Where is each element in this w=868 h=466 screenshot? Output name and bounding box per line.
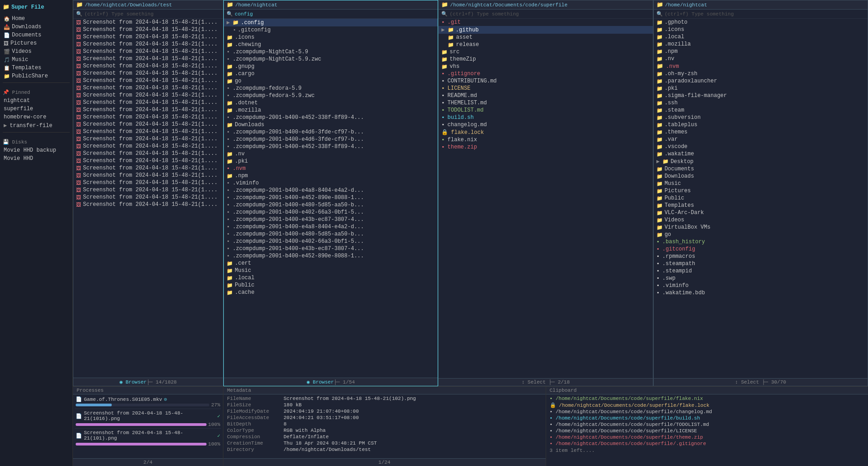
list-item[interactable]: 🖼Screenshot from 2024-04-18 15-48-21(1..… xyxy=(73,194,223,201)
sidebar-item-downloads[interactable]: 📥 Downloads xyxy=(3,23,70,31)
list-item[interactable]: ▪.zcompdump-2001-b400-e480-5d85-aa50-b..… xyxy=(224,201,438,209)
list-item[interactable]: 📁.steam xyxy=(654,107,868,114)
sidebar-item-pictures[interactable]: 🖼 Pictures xyxy=(3,40,70,47)
panel4-search[interactable]: 🔍 (ctrl+f) Type something xyxy=(654,10,868,19)
list-item[interactable]: 📁go xyxy=(224,77,438,85)
list-item[interactable]: 🖼Screenshot from 2024-04-18 15-48-21(1..… xyxy=(73,135,223,143)
list-item[interactable]: ▪.zcompdump-2001-b400-e402-66a3-0bf1-5..… xyxy=(224,209,438,216)
list-item[interactable]: 🖼Screenshot from 2024-04-18 15-48-21(1..… xyxy=(73,106,223,113)
list-item[interactable]: ▪.bash_history xyxy=(654,238,868,246)
list-item[interactable]: ▪.gitconfig xyxy=(224,26,438,34)
sidebar-item-nightcat[interactable]: nightcat xyxy=(3,97,70,104)
list-item[interactable]: 📁.cert xyxy=(224,260,438,267)
list-item[interactable]: ▪.viminfo xyxy=(654,282,868,289)
list-item[interactable]: 📁.npm xyxy=(224,172,438,179)
list-item[interactable]: 📁.tableplus xyxy=(654,121,868,128)
list-item[interactable]: 🖼Screenshot from 2024-04-18 15-48-21(1..… xyxy=(73,121,223,128)
list-item[interactable]: ▪.zcompdump-2001-b400-e402-66a3-0bf1-5..… xyxy=(224,238,438,245)
list-item[interactable]: ▶📁.config xyxy=(224,19,438,26)
list-item[interactable]: 🖼Screenshot from 2024-04-18 15-48-21(1..… xyxy=(73,33,223,41)
list-item[interactable]: ▪.zcompdump-2001-b400-e452-338f-8f89-4..… xyxy=(224,114,438,121)
list-item[interactable]: 📁.dotnet xyxy=(224,99,438,107)
list-item[interactable]: 📁.nv xyxy=(224,150,438,158)
list-item[interactable]: 🔒flake.lock xyxy=(439,128,652,136)
list-item[interactable]: ▪.swp xyxy=(654,275,868,282)
list-item[interactable]: 🖼Screenshot from 2024-04-18 15-48-21(1..… xyxy=(73,150,223,157)
list-item[interactable]: ▪.zcompdump-NightCat-5.9.zwc xyxy=(224,56,438,63)
list-item[interactable]: ▪.zcompdump-2001-b400-e4d6-3fde-cf97-b..… xyxy=(224,128,438,136)
sidebar-disk-movie-backup[interactable]: Movie HHD backup xyxy=(3,147,70,154)
list-item[interactable]: 🖼Screenshot from 2024-04-18 15-48-21(1..… xyxy=(73,41,223,48)
list-item[interactable]: 📁.vscode xyxy=(654,143,868,150)
list-item[interactable]: ▪.zcompdump-2001-b400-e452-890e-8088-1..… xyxy=(224,194,438,201)
list-item[interactable]: 🖼Screenshot from 2024-04-18 15-48-21(1..… xyxy=(73,70,223,77)
list-item[interactable]: 🖼Screenshot from 2024-04-18 15-48-21(1..… xyxy=(73,186,223,194)
list-item[interactable]: 🖼Screenshot from 2024-04-18 15-48-21(1..… xyxy=(73,48,223,55)
list-item[interactable]: 📁.gphoto xyxy=(654,19,868,26)
list-item[interactable]: 🖼Screenshot from 2024-04-18 15-48-21(1..… xyxy=(73,157,223,164)
list-item[interactable]: ▪.steampath xyxy=(654,260,868,267)
sidebar-item-publicshare[interactable]: 📁 PublicShare xyxy=(3,72,70,80)
list-item[interactable]: 📁Videos xyxy=(654,216,868,224)
list-item[interactable]: 📁.mozilla xyxy=(224,107,438,114)
sidebar-item-transfer-file[interactable]: ▶ transfer-file xyxy=(3,122,70,129)
list-item[interactable]: ▶📁.github xyxy=(439,26,652,34)
list-item[interactable]: 📁.mozilla xyxy=(654,41,868,48)
list-item[interactable]: 📁VirtualBox VMs xyxy=(654,224,868,231)
list-item[interactable]: ▪.viminfo xyxy=(224,179,438,187)
list-item[interactable]: 🖼Screenshot from 2024-04-18 15-48-21(1..… xyxy=(73,26,223,33)
list-item[interactable]: 🖼Screenshot from 2024-04-18 15-48-21(1..… xyxy=(73,55,223,62)
list-item[interactable]: 📁release xyxy=(439,41,652,48)
list-item[interactable]: ▪.nvm xyxy=(224,165,438,172)
list-item[interactable]: 📁VLC-Arc-Dark xyxy=(654,209,868,216)
sidebar-item-home[interactable]: 🏠 Home xyxy=(3,15,70,22)
list-item[interactable]: 🖼Screenshot from 2024-04-18 15-48-21(1..… xyxy=(73,113,223,121)
list-item[interactable]: ▪build.sh xyxy=(439,114,652,121)
list-item[interactable]: 📁.sigma-file-manager xyxy=(654,92,868,99)
list-item[interactable]: ▪.gitconfig xyxy=(654,246,868,253)
list-item[interactable]: 🖼Screenshot from 2024-04-18 15-48-21(1..… xyxy=(73,84,223,92)
list-item[interactable]: 📁.var xyxy=(654,136,868,143)
list-item[interactable]: 📁.npm xyxy=(654,48,868,55)
list-item[interactable]: 🖼Screenshot from 2024-04-18 15-48-21(1..… xyxy=(73,99,223,106)
list-item[interactable]: 📁.nvm xyxy=(654,62,868,70)
list-item[interactable]: 📁Documents xyxy=(654,165,868,173)
list-item[interactable]: 📁vhs xyxy=(439,63,652,70)
sidebar-disk-movie[interactable]: Movie HHD xyxy=(3,155,70,162)
list-item[interactable]: ▪.zcompdump-2001-b400-e43b-ec87-3807-4..… xyxy=(224,245,438,252)
list-item[interactable]: ▪THEMELIST.md xyxy=(439,99,652,107)
list-item[interactable]: ▪CONTRIBUTING.md xyxy=(439,77,652,85)
list-item[interactable]: 📁.pki xyxy=(654,85,868,92)
list-item[interactable]: 🖼Screenshot from 2024-04-18 15-48-21(1..… xyxy=(73,164,223,172)
list-item[interactable]: ▪.steampid xyxy=(654,267,868,275)
list-item[interactable]: 📁themeZip xyxy=(439,56,652,63)
list-item[interactable]: 📁.icons xyxy=(224,34,438,41)
list-item[interactable]: ▶📁Desktop xyxy=(654,158,868,165)
list-item[interactable]: 🖼Screenshot from 2024-04-18 15-48-21(1..… xyxy=(73,172,223,179)
list-item[interactable]: 🖼Screenshot from 2024-04-18 15-48-21(1..… xyxy=(73,77,223,84)
list-item[interactable]: 📁.icons xyxy=(654,26,868,33)
list-item[interactable]: 📁Downloads xyxy=(654,173,868,180)
list-item[interactable]: ▪.zcompdump-fedora-5.9.zwc xyxy=(224,92,438,99)
list-item[interactable]: ▪README.md xyxy=(439,92,652,99)
list-item[interactable]: 📁.oh-my-zsh xyxy=(654,70,868,77)
list-item[interactable]: ▪.wakatime.bdb xyxy=(654,289,868,297)
list-item[interactable]: 📁.cargo xyxy=(224,70,438,77)
list-item[interactable]: ▪changelog.md xyxy=(439,121,652,128)
list-item[interactable]: 📁.nv xyxy=(654,55,868,62)
list-item[interactable]: ▪TODOLIST.md xyxy=(439,107,652,114)
list-item[interactable]: 📁go xyxy=(654,231,868,238)
sidebar-item-templates[interactable]: 📋 Templates xyxy=(3,64,70,72)
list-item[interactable]: ▪flake.nix xyxy=(439,136,652,143)
sidebar-item-superfile[interactable]: superfile xyxy=(3,105,70,113)
list-item[interactable]: ▪.zcompdump-2001-b400-e480-5d85-aa50-b..… xyxy=(224,230,438,238)
list-item[interactable]: 📁.cache xyxy=(224,289,438,296)
list-item[interactable]: ▪theme.zip xyxy=(439,143,652,151)
list-item[interactable]: ▪.zcompdump-fedora-5.9 xyxy=(224,85,438,92)
list-item[interactable]: 📁.paradoxlauncher xyxy=(654,77,868,85)
list-item[interactable]: ▪.zcompdump-2001-b400-e452-338f-8f89-4..… xyxy=(224,143,438,150)
sidebar-item-videos[interactable]: 🎬 Videos xyxy=(3,48,70,55)
list-item[interactable]: 🖼Screenshot from 2024-04-18 15-48-21(1..… xyxy=(73,19,223,26)
list-item[interactable]: 📁.ssh xyxy=(654,99,868,107)
list-item[interactable]: ▪.git xyxy=(439,19,652,26)
